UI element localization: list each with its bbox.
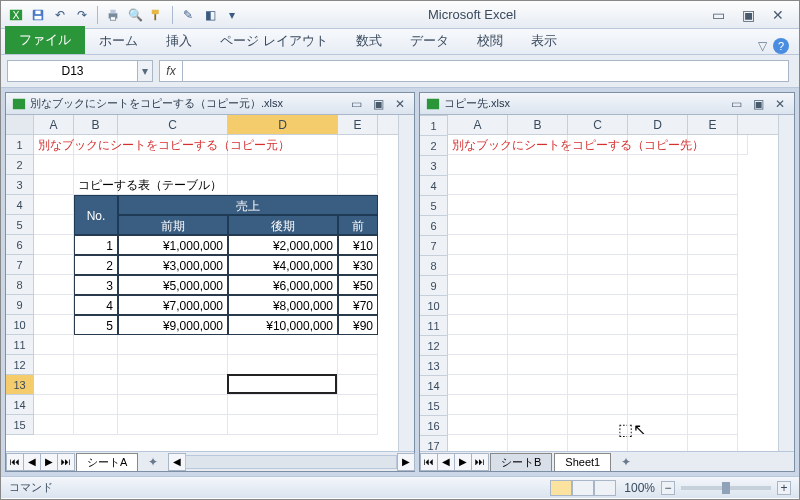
row-header-1[interactable]: 1 xyxy=(420,116,447,136)
row-header-3[interactable]: 3 xyxy=(6,175,33,195)
cell[interactable]: 後期 xyxy=(228,215,338,235)
cell[interactable]: 1 xyxy=(74,235,118,255)
doc-maximize-icon[interactable]: ▣ xyxy=(370,97,386,111)
tab-home[interactable]: ホーム xyxy=(85,28,152,54)
close-icon[interactable]: ✕ xyxy=(767,6,789,24)
minimize-icon[interactable]: ▭ xyxy=(707,6,729,24)
row-header-10[interactable]: 10 xyxy=(6,315,33,335)
tab-nav-last-r[interactable]: ⏭ xyxy=(471,453,489,471)
row-header-4[interactable]: 4 xyxy=(420,176,447,196)
cell[interactable]: コピーする表（テーブル） xyxy=(74,175,338,195)
hscroll-right[interactable]: ▶ xyxy=(397,453,415,471)
grid-body[interactable]: 別なブックにシートをコピーする（コピー元）コピーする表（テーブル）No.売上前期… xyxy=(34,135,398,451)
cell[interactable]: ¥70 xyxy=(338,295,378,315)
cell[interactable]: 売上 xyxy=(118,195,378,215)
col-header-D[interactable]: D xyxy=(628,115,688,134)
row-header-9[interactable]: 9 xyxy=(6,295,33,315)
row-header-6[interactable]: 6 xyxy=(6,235,33,255)
more-icon[interactable]: ▾ xyxy=(223,6,241,24)
view-pagebreak-icon[interactable] xyxy=(594,480,616,496)
cell[interactable]: ¥10,000,000 xyxy=(228,315,338,335)
row-header-3[interactable]: 3 xyxy=(420,156,447,176)
name-box[interactable] xyxy=(7,60,137,82)
row-header-17[interactable]: 17 xyxy=(420,436,447,451)
tab-data[interactable]: データ xyxy=(396,28,463,54)
col-header-B[interactable]: B xyxy=(508,115,568,134)
tab-nav-next-r[interactable]: ▶ xyxy=(454,453,472,471)
tab-formula[interactable]: 数式 xyxy=(342,28,396,54)
save-icon[interactable] xyxy=(29,6,47,24)
select-all-corner[interactable] xyxy=(6,115,34,135)
zoom-in-button[interactable]: + xyxy=(777,481,791,495)
tab-nav-prev-r[interactable]: ◀ xyxy=(437,453,455,471)
horizontal-scrollbar[interactable] xyxy=(185,455,397,469)
redo-icon[interactable]: ↷ xyxy=(73,6,91,24)
sheet-tab-sheet1[interactable]: Sheet1 xyxy=(554,453,611,471)
row-header-6[interactable]: 6 xyxy=(420,216,447,236)
cell[interactable]: 別なブックにシートをコピーする（コピー先） xyxy=(448,135,748,155)
eraser-icon[interactable]: ◧ xyxy=(201,6,219,24)
row-header-11[interactable]: 11 xyxy=(6,335,33,355)
maximize-icon[interactable]: ▣ xyxy=(737,6,759,24)
row-header-7[interactable]: 7 xyxy=(420,236,447,256)
vertical-scrollbar[interactable] xyxy=(398,115,414,451)
row-header-15[interactable]: 15 xyxy=(6,415,33,435)
col-header-D[interactable]: D xyxy=(228,115,338,134)
tab-review[interactable]: 校閲 xyxy=(463,28,517,54)
row-header-12[interactable]: 12 xyxy=(6,355,33,375)
grid-body-r[interactable]: ⬚↖ 別なブックにシートをコピーする（コピー先） xyxy=(448,135,778,451)
tab-nav-last[interactable]: ⏭ xyxy=(57,453,75,471)
col-header-E[interactable]: E xyxy=(688,115,738,134)
row-header-5[interactable]: 5 xyxy=(420,196,447,216)
cell[interactable]: ¥8,000,000 xyxy=(228,295,338,315)
col-header-A[interactable]: A xyxy=(34,115,74,134)
cell[interactable]: ¥90 xyxy=(338,315,378,335)
row-header-2[interactable]: 2 xyxy=(6,155,33,175)
cell[interactable]: ¥9,000,000 xyxy=(118,315,228,335)
view-normal-icon[interactable] xyxy=(550,480,572,496)
doc-close-icon[interactable]: ✕ xyxy=(392,97,408,111)
cell[interactable]: 4 xyxy=(74,295,118,315)
row-header-14[interactable]: 14 xyxy=(420,376,447,396)
tab-nav-prev[interactable]: ◀ xyxy=(23,453,41,471)
preview-icon[interactable]: 🔍 xyxy=(126,6,144,24)
cell[interactable]: 3 xyxy=(74,275,118,295)
vertical-scrollbar-r[interactable] xyxy=(778,115,794,451)
cell[interactable]: ¥4,000,000 xyxy=(228,255,338,275)
view-layout-icon[interactable] xyxy=(572,480,594,496)
fx-button[interactable]: fx xyxy=(159,60,183,82)
format-paint-icon[interactable] xyxy=(148,6,166,24)
col-header-A[interactable]: A xyxy=(448,115,508,134)
tab-view[interactable]: 表示 xyxy=(517,28,571,54)
cell[interactable]: 別なブックにシートをコピーする（コピー元） xyxy=(34,135,378,155)
cell[interactable]: ¥10 xyxy=(338,235,378,255)
cell[interactable]: ¥7,000,000 xyxy=(118,295,228,315)
row-header-11[interactable]: 11 xyxy=(420,316,447,336)
zoom-out-button[interactable]: − xyxy=(661,481,675,495)
col-header-C[interactable]: C xyxy=(568,115,628,134)
cell[interactable]: ¥5,000,000 xyxy=(118,275,228,295)
name-box-input[interactable] xyxy=(8,64,137,78)
cell[interactable]: ¥6,000,000 xyxy=(228,275,338,295)
row-header-8[interactable]: 8 xyxy=(420,256,447,276)
brush-icon[interactable]: ✎ xyxy=(179,6,197,24)
cell[interactable]: ¥3,000,000 xyxy=(118,255,228,275)
tab-nav-next[interactable]: ▶ xyxy=(40,453,58,471)
tab-nav-first-r[interactable]: ⏮ xyxy=(420,453,438,471)
undo-icon[interactable]: ↶ xyxy=(51,6,69,24)
cell[interactable]: 2 xyxy=(74,255,118,275)
help-icon[interactable]: ? xyxy=(773,38,789,54)
cell[interactable]: 前 xyxy=(338,215,378,235)
doc-minimize-icon[interactable]: ▭ xyxy=(728,97,744,111)
ribbon-collapse-icon[interactable]: ▽ xyxy=(758,39,767,53)
row-header-14[interactable]: 14 xyxy=(6,395,33,415)
cell[interactable]: 前期 xyxy=(118,215,228,235)
hscroll-left[interactable]: ◀ xyxy=(168,453,186,471)
cell[interactable]: ¥30 xyxy=(338,255,378,275)
col-header-E[interactable]: E xyxy=(338,115,378,134)
zoom-slider[interactable] xyxy=(681,486,771,490)
row-header-13[interactable]: 13 xyxy=(6,375,33,395)
new-sheet-icon[interactable]: ✦ xyxy=(142,454,164,470)
name-box-dropdown[interactable]: ▾ xyxy=(137,60,153,82)
cell[interactable]: ¥1,000,000 xyxy=(118,235,228,255)
